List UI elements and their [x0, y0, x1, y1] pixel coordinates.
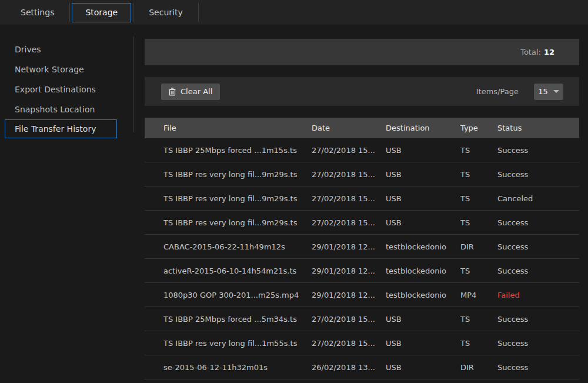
file-transfer-history-table: File Date Destination Type Status TS IBB… — [145, 118, 579, 379]
destination-cell: USB — [386, 170, 460, 179]
sidebar-content-divider — [133, 36, 134, 132]
tab-divider — [198, 3, 199, 22]
table-row: CABAC-2015-06-22-11h49m12s 29/01/2018 12… — [145, 235, 579, 259]
date-cell: 27/02/2018 15... — [312, 170, 386, 179]
date-cell: 27/02/2018 15... — [312, 315, 386, 324]
sidebar: Drives Network Storage Export Destinatio… — [0, 39, 134, 138]
column-header-status: Status — [497, 124, 579, 132]
type-cell: TS — [460, 146, 497, 155]
tab-security[interactable]: Security — [135, 3, 196, 22]
table-row: se-2015-06-12-11h32m01s 26/02/2018 13...… — [145, 355, 579, 379]
file-cell: activeR-2015-06-10-14h54m21s.ts — [145, 267, 312, 275]
type-cell: TS — [460, 315, 497, 324]
items-per-page-value: 15 — [538, 87, 548, 96]
date-cell: 29/01/2018 12... — [312, 267, 386, 275]
type-cell: TS — [460, 170, 497, 179]
column-header-date: Date — [312, 124, 386, 132]
date-cell: 27/02/2018 15... — [312, 146, 386, 155]
destination-cell: USB — [386, 146, 460, 155]
table-row: activeR-2015-06-10-14h54m21s.ts 29/01/20… — [145, 259, 579, 283]
status-cell: Success — [497, 170, 579, 179]
tab-divider — [69, 3, 70, 22]
top-tab-bar: Settings Storage Security — [0, 0, 588, 25]
file-cell: TS IBBP 25Mbps forced ...5m34s.ts — [145, 315, 312, 324]
table-row: TS IBBP res very long fil...9m29s.ts 27/… — [145, 162, 579, 186]
file-cell: CABAC-2015-06-22-11h49m12s — [145, 242, 312, 251]
date-cell: 29/01/2018 12... — [312, 291, 386, 299]
table-row: 1080p30 GOP 300-201...m25s.mp4 29/01/201… — [145, 283, 579, 307]
status-cell: Success — [497, 315, 579, 324]
sidebar-item-drives[interactable]: Drives — [0, 39, 134, 59]
sidebar-item-snapshots-location[interactable]: Snapshots Location — [0, 99, 134, 119]
items-per-page-group: Items/Page 15 — [476, 84, 563, 100]
total-value: 12 — [544, 48, 554, 56]
items-per-page-dropdown[interactable]: 15 — [534, 84, 563, 100]
destination-cell: testblockedonio — [386, 291, 460, 299]
column-header-file: File — [145, 124, 312, 132]
file-cell: se-2015-06-12-11h32m01s — [145, 363, 312, 372]
table-row: TS IBBP 25Mbps forced ...5m34s.ts 27/02/… — [145, 307, 579, 331]
sidebar-item-export-destinations[interactable]: Export Destinations — [0, 79, 134, 99]
status-cell: Canceled — [497, 194, 579, 203]
table-row: TS IBBP res very long fil...1m55s.ts 27/… — [145, 331, 579, 355]
date-cell: 27/02/2018 15... — [312, 218, 386, 227]
status-cell: Failed — [497, 291, 579, 299]
column-header-destination: Destination — [386, 124, 460, 132]
destination-cell: testblockedonio — [386, 242, 460, 251]
column-header-type: Type — [460, 124, 497, 132]
status-cell: Success — [497, 242, 579, 251]
chevron-down-icon — [553, 90, 559, 93]
date-cell: 27/02/2018 15... — [312, 194, 386, 203]
sidebar-item-network-storage[interactable]: Network Storage — [0, 59, 134, 79]
file-cell: TS IBBP res very long fil...9m29s.ts — [145, 194, 312, 203]
table-toolbar: Clear All Items/Page 15 — [145, 77, 579, 106]
total-summary-bar: Total: 12 — [145, 39, 579, 65]
type-cell: TS — [460, 194, 497, 203]
status-cell: Success — [497, 363, 579, 372]
type-cell: DIR — [460, 242, 497, 251]
table-row: TS IBBP res very long fil...9m29s.ts 27/… — [145, 211, 579, 235]
clear-all-button[interactable]: Clear All — [161, 84, 220, 100]
destination-cell: USB — [386, 194, 460, 203]
date-cell: 26/02/2018 13... — [312, 363, 386, 372]
file-cell: TS IBBP 25Mbps forced ...1m15s.ts — [145, 146, 312, 155]
clear-all-label: Clear All — [181, 87, 212, 96]
status-cell: Success — [497, 146, 579, 155]
status-cell: Success — [497, 339, 579, 348]
tab-divider — [133, 3, 133, 22]
type-cell: MP4 — [460, 291, 497, 299]
sidebar-item-file-transfer-history[interactable]: File Transfer History — [5, 119, 117, 138]
file-cell: TS IBBP res very long fil...9m29s.ts — [145, 170, 312, 179]
destination-cell: USB — [386, 315, 460, 324]
type-cell: TS — [460, 267, 497, 275]
destination-cell: USB — [386, 339, 460, 348]
destination-cell: USB — [386, 363, 460, 372]
tab-settings[interactable]: Settings — [7, 3, 68, 22]
table-header-row: File Date Destination Type Status — [145, 118, 579, 138]
items-per-page-label: Items/Page — [476, 87, 519, 96]
destination-cell: USB — [386, 218, 460, 227]
file-cell: 1080p30 GOP 300-201...m25s.mp4 — [145, 291, 312, 299]
file-cell: TS IBBP res very long fil...9m29s.ts — [145, 218, 312, 227]
table-row: TS IBBP 25Mbps forced ...1m15s.ts 27/02/… — [145, 138, 579, 162]
status-cell: Success — [497, 267, 579, 275]
total-label: Total: — [520, 48, 541, 56]
type-cell: DIR — [460, 363, 497, 372]
trash-icon — [169, 88, 176, 96]
file-cell: TS IBBP res very long fil...1m55s.ts — [145, 339, 312, 348]
date-cell: 27/02/2018 15... — [312, 339, 386, 348]
status-cell: Success — [497, 218, 579, 227]
destination-cell: testblockedonio — [386, 267, 460, 275]
tab-storage[interactable]: Storage — [72, 3, 131, 22]
table-row: TS IBBP res very long fil...9m29s.ts 27/… — [145, 186, 579, 211]
type-cell: TS — [460, 339, 497, 348]
type-cell: TS — [460, 218, 497, 227]
date-cell: 29/01/2018 12... — [312, 242, 386, 251]
